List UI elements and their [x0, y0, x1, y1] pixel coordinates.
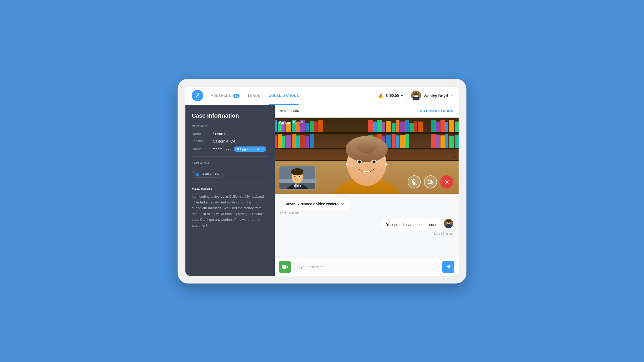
upgrade-button[interactable]: 👁 Upgrade to show [234, 146, 266, 152]
location-label: Location [192, 139, 213, 143]
svg-rect-28 [396, 120, 399, 132]
rate-display: $10.00 / MIN [280, 109, 299, 113]
contact-section-label: Contact [192, 124, 268, 128]
svg-rect-58 [396, 135, 399, 148]
svg-rect-34 [431, 120, 436, 132]
svg-rect-29 [400, 122, 405, 132]
caller-name-text: Susan S. [279, 121, 297, 125]
svg-rect-44 [278, 134, 282, 148]
end-call-button[interactable] [440, 175, 453, 188]
avatar-icon [411, 91, 421, 100]
nav-consultations[interactable]: CONSULTATIONS [269, 93, 299, 99]
consultation-bar: $10.00 / MIN END CONSULTATION [275, 105, 459, 118]
main-nav: MESSAGES +5 LEADS CONSULTATIONS [211, 93, 374, 99]
name-value: Susan S. [213, 132, 228, 136]
chat-message-2: You joined a video conference. [280, 219, 453, 235]
upgrade-label: Upgrade to show [240, 148, 264, 151]
chat-sender-1: Susan S. [284, 202, 300, 206]
svg-rect-51 [310, 134, 314, 148]
messages-badge: +5 [233, 94, 240, 98]
svg-point-94 [299, 176, 300, 177]
phone-value-area: *** *** 3228 👁 Upgrade to show [213, 146, 266, 152]
people-icon: 👥 [195, 172, 199, 176]
balance-button[interactable]: 💰 $450.00 ▾ [374, 91, 407, 100]
svg-rect-66 [455, 135, 459, 148]
chat-with-avatar: You joined a video conference. [280, 219, 453, 231]
svg-rect-21 [318, 120, 323, 132]
svg-point-103 [446, 220, 451, 223]
svg-point-79 [373, 161, 375, 163]
chat-sender-2: You [386, 223, 393, 227]
case-title: Case Information [192, 112, 268, 119]
svg-rect-60 [405, 134, 409, 148]
svg-point-73 [356, 137, 377, 153]
app-container: Z MESSAGES +5 LEADS CONSULTATIONS 💰 $450… [185, 87, 459, 276]
user-avatar [411, 91, 421, 101]
end-consultation-button[interactable]: END CONSULTATION [418, 109, 453, 113]
svg-point-2 [414, 92, 418, 95]
video-container: Susan S. 🎤 [275, 118, 459, 194]
video-toggle-button[interactable] [279, 261, 291, 273]
app-logo[interactable]: Z [192, 90, 203, 101]
divider-2 [192, 182, 268, 182]
svg-rect-38 [449, 120, 454, 132]
svg-rect-49 [300, 135, 305, 148]
case-details-label: Case Details [192, 187, 268, 191]
svg-rect-30 [405, 120, 409, 132]
svg-rect-63 [440, 135, 445, 148]
svg-rect-25 [382, 122, 385, 132]
svg-rect-31 [409, 123, 414, 132]
mute-button[interactable] [408, 175, 421, 188]
svg-point-93 [294, 176, 295, 177]
audio-bar-5 [300, 185, 301, 187]
user-dropdown-icon: ▾ [451, 94, 452, 97]
audio-bar-2 [295, 184, 296, 188]
svg-point-78 [359, 161, 360, 163]
message-input-area [275, 258, 459, 276]
video-controls [408, 175, 453, 188]
chat-text-2: joined a video conference. [394, 223, 437, 227]
self-video [279, 166, 316, 190]
audio-bar-4 [299, 184, 299, 187]
camera-off-button[interactable] [424, 175, 437, 188]
send-button[interactable] [442, 261, 454, 273]
svg-rect-22 [368, 120, 373, 132]
svg-rect-37 [445, 122, 448, 132]
user-menu[interactable]: Wesley Boyd ▾ [411, 91, 452, 101]
chat-area[interactable]: Susan S. started a video conference. Sen… [275, 194, 459, 258]
svg-rect-35 [436, 122, 440, 132]
balance-amount: $450.00 [386, 93, 399, 98]
name-label: Name [192, 132, 213, 136]
nav-leads[interactable]: LEADS [248, 93, 260, 99]
caller-mic-icon: 🎤 [298, 121, 304, 126]
svg-rect-50 [305, 136, 309, 148]
audio-bar-3 [297, 185, 298, 187]
audio-bar-1 [294, 185, 295, 187]
law-area-badge: 👥 FAMILY LAW [192, 171, 223, 177]
svg-rect-65 [449, 136, 454, 148]
eye-icon: 👁 [236, 148, 239, 151]
main-content: Case Information Contact Name Susan S. L… [185, 105, 459, 276]
law-area-label: Law Area [192, 161, 268, 165]
svg-rect-20 [314, 122, 318, 132]
case-info: Case Information Contact Name Susan S. L… [185, 105, 275, 236]
svg-rect-105 [282, 265, 286, 269]
divider-1 [192, 156, 268, 157]
law-area-text: FAMILY LAW [201, 172, 220, 176]
svg-point-80 [365, 165, 369, 167]
svg-rect-62 [436, 135, 440, 148]
user-name: Wesley Boyd [424, 93, 448, 98]
svg-rect-24 [377, 120, 382, 132]
nav-messages[interactable]: MESSAGES +5 [211, 93, 240, 99]
svg-rect-36 [440, 120, 445, 132]
svg-rect-61 [431, 134, 436, 148]
svg-rect-59 [400, 135, 405, 148]
svg-rect-45 [282, 136, 285, 148]
svg-rect-47 [292, 134, 296, 148]
svg-rect-23 [373, 122, 377, 132]
svg-rect-57 [392, 134, 396, 148]
phone-label: Phone [192, 147, 213, 151]
message-input[interactable] [294, 262, 440, 272]
chat-message-1: Susan S. started a video conference. Sen… [280, 198, 453, 214]
header: Z MESSAGES +5 LEADS CONSULTATIONS 💰 $450… [185, 87, 459, 105]
